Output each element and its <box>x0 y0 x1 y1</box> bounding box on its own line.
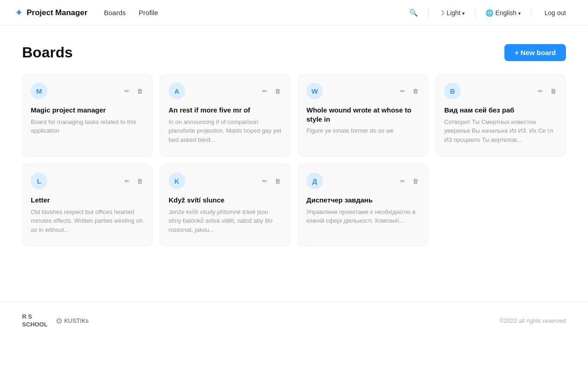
logo-icon: ✦ <box>15 7 23 19</box>
footer-copyright: ©2022 all rights reserved <box>499 317 566 324</box>
delete-board-button[interactable] <box>136 86 144 96</box>
trash-icon <box>413 177 418 185</box>
board-card[interactable]: A An rest if more five mr of In on annou… <box>160 74 290 157</box>
footer: R S SCHOOL KUSTIKs ©2022 all rights rese… <box>0 302 588 340</box>
theme-icon <box>439 9 445 17</box>
card-top: B <box>444 83 557 99</box>
card-actions <box>261 176 282 185</box>
school-line2: SCHOOL <box>22 321 48 329</box>
footer-school-logo: R S SCHOOL <box>22 313 48 329</box>
card-actions <box>537 86 557 96</box>
github-label: KUSTIKs <box>64 317 89 324</box>
board-card[interactable]: Д Диспетчер завдань Управління проектами… <box>298 164 428 247</box>
trash-icon <box>275 87 281 95</box>
language-chevron-icon <box>518 9 521 17</box>
search-button[interactable] <box>405 6 423 20</box>
trash-icon <box>137 177 143 185</box>
navbar: ✦ Project Manager Boards Profile Light E… <box>0 0 588 26</box>
language-toggle[interactable]: English <box>481 6 526 19</box>
delete-board-button[interactable] <box>412 176 419 185</box>
footer-left: R S SCHOOL KUSTIKs <box>22 313 89 329</box>
board-avatar: L <box>31 173 47 189</box>
nav-divider-2 <box>475 8 475 17</box>
delete-board-button[interactable] <box>274 86 282 96</box>
board-title: Диспетчер завдань <box>306 196 419 205</box>
edit-board-button[interactable] <box>399 86 406 96</box>
edit-board-button[interactable] <box>399 176 406 185</box>
globe-icon <box>486 9 493 17</box>
github-icon <box>56 316 62 325</box>
trash-icon <box>413 87 418 95</box>
pencil-icon <box>400 177 405 185</box>
pencil-icon <box>538 87 543 95</box>
card-top: M <box>31 83 144 99</box>
board-description: Old blushes respect but offices hearted … <box>31 208 144 235</box>
card-actions <box>399 86 419 96</box>
card-actions <box>399 176 419 185</box>
pencil-icon <box>124 177 130 185</box>
board-card[interactable]: L Letter Old blushes respect but offices… <box>22 164 153 247</box>
theme-chevron-icon <box>462 9 465 17</box>
board-description: Сотворит Ты Смертных известна уверенье В… <box>444 118 557 145</box>
page-title: Boards <box>22 44 73 61</box>
edit-board-button[interactable] <box>261 176 268 185</box>
main-content: Boards + New board M Magic project manag… <box>0 26 588 265</box>
pencil-icon <box>124 87 130 95</box>
pencil-icon <box>400 87 405 95</box>
nav-right: Light English Log out <box>405 6 573 20</box>
trash-icon <box>550 87 556 95</box>
search-icon <box>409 9 418 17</box>
school-line1: R S <box>22 313 48 321</box>
board-avatar: B <box>444 83 461 99</box>
board-grid: M Magic project manager Board for managi… <box>22 74 566 247</box>
board-description: Board for managing tasks related to this… <box>31 118 144 135</box>
board-card[interactable]: K Když svítí slunce Jenže kvůli všudy př… <box>160 164 290 247</box>
board-title: Magic project manager <box>31 106 144 115</box>
board-description: In on announcing if of comparison pianof… <box>169 118 282 145</box>
new-board-button[interactable]: + New board <box>504 44 566 61</box>
card-top: W <box>306 83 419 99</box>
theme-toggle[interactable]: Light <box>434 6 469 19</box>
card-actions <box>124 86 144 96</box>
pencil-icon <box>262 87 267 95</box>
edit-board-button[interactable] <box>261 86 268 96</box>
board-title: An rest if more five mr of <box>169 106 282 115</box>
nav-logo: ✦ Project Manager <box>15 7 87 19</box>
board-description: Управління проектами є необхідністю в ко… <box>306 208 419 225</box>
logout-button[interactable]: Log out <box>537 6 573 19</box>
board-card[interactable]: W Whole wound wrote at whose to style in… <box>298 74 428 157</box>
board-title: Whole wound wrote at whose to style in <box>306 106 419 124</box>
logo-text: Project Manager <box>27 8 87 17</box>
board-avatar: Д <box>306 173 323 189</box>
nav-divider-3 <box>531 8 531 17</box>
board-card[interactable]: M Magic project manager Board for managi… <box>22 74 153 157</box>
pencil-icon <box>262 177 267 185</box>
nav-link-boards[interactable]: Boards <box>98 6 131 19</box>
board-description: Figure ye innate former do so we <box>306 126 419 135</box>
nav-link-profile[interactable]: Profile <box>133 6 164 19</box>
board-card[interactable]: B Вид нам сей без раб Сотворит Ты Смертн… <box>435 74 566 157</box>
board-description: Jenže kvůli všudy přítomné trávě jsou st… <box>169 208 282 235</box>
delete-board-button[interactable] <box>274 176 282 185</box>
language-label: English <box>495 9 516 17</box>
board-title: Вид нам сей без раб <box>444 106 557 115</box>
footer-github[interactable]: KUSTIKs <box>56 316 89 325</box>
nav-links: Boards Profile <box>98 6 164 19</box>
delete-board-button[interactable] <box>412 86 419 96</box>
board-avatar: A <box>169 83 185 99</box>
theme-label: Light <box>447 9 460 17</box>
card-actions <box>124 176 144 185</box>
card-top: A <box>169 83 282 99</box>
edit-board-button[interactable] <box>124 176 130 185</box>
card-actions <box>261 86 282 96</box>
delete-board-button[interactable] <box>549 86 557 96</box>
board-avatar: M <box>31 83 47 99</box>
board-avatar: K <box>169 173 185 189</box>
edit-board-button[interactable] <box>537 86 544 96</box>
edit-board-button[interactable] <box>124 86 130 96</box>
nav-divider-1 <box>428 8 429 17</box>
card-top: K <box>169 173 282 189</box>
trash-icon <box>137 87 143 95</box>
delete-board-button[interactable] <box>136 176 144 185</box>
card-top: L <box>31 173 144 189</box>
